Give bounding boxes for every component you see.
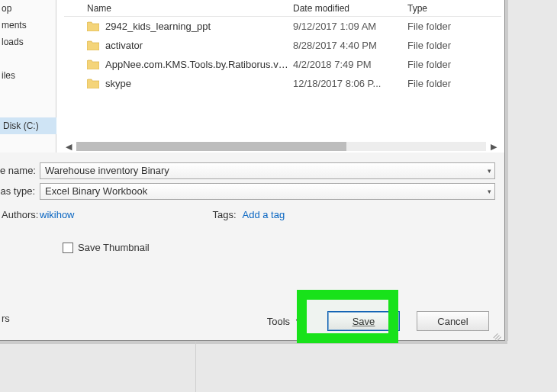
filename-input[interactable]: Warehouse inventory Binary ▾ [40, 162, 495, 179]
nav-tree[interactable]: op ments loads iles Disk (C:) [0, 0, 56, 153]
col-type[interactable]: Type [407, 3, 501, 14]
file-type: File folder [407, 40, 501, 51]
authors-value[interactable]: wikihow [40, 209, 75, 220]
nav-item[interactable]: ments [0, 17, 56, 34]
file-type: File folder [407, 78, 501, 89]
filetype-value: Excel Binary Workbook [45, 185, 147, 197]
file-date: 9/12/2017 1:09 AM [293, 21, 407, 32]
save-thumbnail-label: Save Thumbnail [78, 242, 150, 253]
column-headers[interactable]: Name Date modified Type [64, 0, 501, 17]
nav-item[interactable]: op [0, 0, 56, 17]
folder-icon [87, 21, 99, 31]
filename-value: Warehouse inventory Binary [45, 165, 169, 176]
folder-icon [87, 79, 99, 88]
table-row[interactable]: activator8/28/2017 4:40 PMFile folder [64, 36, 501, 55]
file-date: 12/18/2017 8:06 P... [293, 78, 407, 89]
file-date: 4/2/2018 7:49 PM [293, 59, 407, 70]
footer-label: rs [0, 313, 10, 324]
col-name[interactable]: Name [64, 3, 293, 14]
horizontal-scrollbar[interactable]: ◀ ▶ [63, 140, 500, 153]
filetype-label: as type: [0, 185, 40, 197]
file-name: activator [105, 40, 143, 51]
file-type: File folder [407, 59, 501, 70]
file-name: skype [105, 78, 131, 89]
tags-add[interactable]: Add a tag [243, 209, 285, 220]
scroll-right-icon[interactable]: ▶ [488, 140, 500, 153]
tools-menu[interactable]: Tools▼ [267, 316, 301, 327]
resize-grip[interactable] [492, 328, 501, 337]
folder-icon [87, 59, 99, 69]
nav-item[interactable]: loads [0, 34, 56, 50]
file-list[interactable]: Name Date modified Type 2942_kids_learni… [56, 0, 504, 153]
chevron-down-icon[interactable]: ▾ [488, 188, 491, 195]
save-as-dialog: op ments loads iles Disk (C:) Name Date … [0, 0, 505, 341]
file-date: 8/28/2017 4:40 PM [293, 40, 407, 51]
nav-item-selected[interactable]: Disk (C:) [0, 117, 61, 134]
scroll-left-icon[interactable]: ◀ [63, 140, 75, 153]
save-thumbnail-checkbox[interactable] [63, 243, 73, 253]
table-row[interactable]: 2942_kids_learning_ppt9/12/2017 1:09 AMF… [64, 17, 501, 36]
file-name: AppNee.com.KMS.Tools.by.Ratiborus.v20... [105, 59, 293, 70]
filetype-select[interactable]: Excel Binary Workbook ▾ [40, 183, 495, 200]
file-type: File folder [407, 21, 501, 32]
scroll-thumb[interactable] [76, 142, 346, 151]
chevron-down-icon: ▼ [295, 317, 301, 325]
folder-icon [87, 40, 99, 50]
save-button[interactable]: Save [327, 311, 400, 331]
col-date[interactable]: Date modified [293, 3, 407, 14]
tags-label: Tags: [212, 209, 243, 220]
filename-label: e name: [0, 165, 40, 176]
authors-label: Authors: [2, 209, 40, 220]
file-name: 2942_kids_learning_ppt [105, 21, 211, 32]
table-row[interactable]: AppNee.com.KMS.Tools.by.Ratiborus.v20...… [64, 55, 501, 74]
nav-item[interactable]: iles [0, 67, 56, 84]
chevron-down-icon[interactable]: ▾ [488, 167, 491, 175]
scroll-track[interactable] [76, 142, 486, 151]
cancel-button[interactable]: Cancel [417, 311, 489, 331]
table-row[interactable]: skype12/18/2017 8:06 P...File folder [64, 74, 501, 93]
